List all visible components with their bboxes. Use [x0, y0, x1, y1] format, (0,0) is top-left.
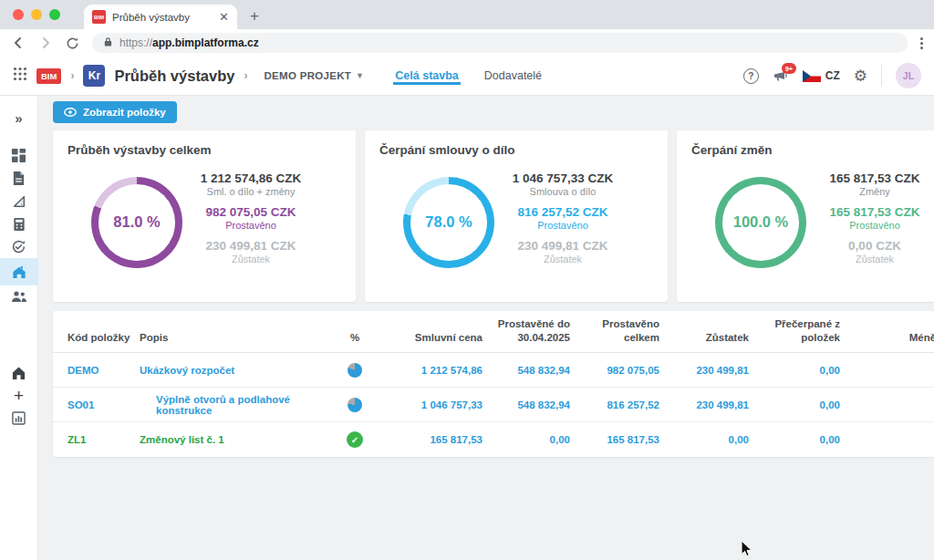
cell-prostaveno-do: 0,00 — [483, 434, 570, 445]
item-code[interactable]: SO01 — [53, 399, 140, 410]
eye-icon — [64, 108, 77, 117]
sidebar-expand-icon[interactable]: » — [0, 107, 38, 130]
sidebar-item-calculator[interactable] — [0, 213, 38, 235]
show-items-button[interactable]: Zobrazit položky — [53, 101, 177, 123]
cell-precerpane: 0,00 — [749, 434, 840, 445]
column-header[interactable]: Přečerpané z položek — [749, 317, 840, 345]
card-title: Čerpání změn — [691, 143, 934, 157]
cell-mene-prace: 0,00 — [840, 399, 934, 410]
stat-value: 816 257,52 CZK — [494, 205, 631, 219]
cell-smluvni-cena: 1 046 757,33 — [382, 399, 483, 410]
tab-close-icon[interactable]: ✕ — [219, 11, 229, 23]
items-table: Kód položky Popis % Smluvní cena Prostav… — [53, 311, 934, 457]
sidebar-item-construction-progress[interactable] — [0, 258, 38, 285]
stat-value: 230 499,81 CZK — [494, 239, 631, 253]
item-description[interactable]: Výplně otvorů a podlahové konstrukce — [140, 394, 327, 416]
reload-icon[interactable] — [66, 36, 79, 50]
tab-dodavatele[interactable]: Dodavatelé — [483, 67, 544, 85]
stat-value: 1 046 757,33 CZK — [494, 171, 631, 185]
item-code[interactable]: DEMO — [53, 365, 140, 376]
column-header[interactable]: Méně práce — [840, 331, 934, 345]
help-icon[interactable]: ? — [743, 68, 759, 84]
table-row[interactable]: SO01 Výplně otvorů a podlahové konstrukc… — [53, 388, 934, 422]
cell-zustatek: 0,00 — [659, 434, 749, 445]
notifications-megaphone-icon[interactable]: 9+ — [773, 68, 789, 83]
cell-prostaveno-do: 548 832,94 — [483, 399, 570, 410]
table-header: Kód položky Popis % Smluvní cena Prostav… — [53, 311, 934, 353]
card-title: Čerpání smlouvy o dílo — [379, 143, 653, 157]
stat-value: 1 212 574,86 CZK — [182, 171, 319, 185]
column-header[interactable]: Prostavěné do 30.04.2025 — [483, 317, 570, 345]
sidebar-item-measurement[interactable] — [0, 190, 38, 213]
czech-flag-icon — [803, 70, 821, 82]
sidebar-item-dashboard[interactable] — [0, 144, 38, 167]
browser-menu-icon[interactable] — [920, 37, 923, 49]
column-header[interactable]: Kód položky — [53, 331, 140, 345]
window-controls[interactable] — [13, 0, 60, 29]
sidebar-item-sync-check[interactable] — [0, 235, 38, 258]
cell-smluvni-cena: 165 817,53 — [382, 434, 483, 445]
close-window-button[interactable] — [13, 9, 24, 20]
settings-gear-icon[interactable]: ⚙ — [854, 67, 867, 85]
column-header[interactable]: Smluvní cena — [382, 331, 483, 345]
page-title: Průběh výstavby — [114, 67, 234, 85]
kros-logo[interactable]: Kr — [83, 65, 105, 87]
back-icon[interactable] — [11, 36, 26, 50]
cell-mene-prace: 0,00 — [840, 365, 934, 376]
minimize-window-button[interactable] — [31, 9, 42, 20]
stat-value: 230 499,81 CZK — [182, 239, 319, 253]
progress-pie-icon — [348, 398, 362, 412]
stat-label: Prostavěno — [494, 220, 631, 231]
address-bar[interactable]: https://app.bimplatforma.cz — [92, 33, 908, 53]
stat-value: 165 817,53 CZK — [806, 205, 934, 219]
sidebar-item-home[interactable] — [0, 361, 38, 384]
cell-precerpane: 0,00 — [749, 365, 840, 376]
table-row[interactable]: ZL1 Změnový list č. 1 ✓ 165 817,53 0,00 … — [53, 422, 934, 457]
donut-percent: 81.0 % — [113, 213, 160, 231]
mouse-cursor — [741, 540, 752, 557]
language-selector[interactable]: CZ — [803, 69, 840, 82]
stat-label: Sml. o dílo + změny — [182, 186, 319, 197]
cell-mene-prace: 0,00 — [840, 434, 934, 445]
new-tab-button[interactable]: + — [250, 7, 259, 26]
header-tabs: Celá stavba Dodavatelé — [393, 67, 566, 85]
project-selector[interactable]: DEMO PROJEKT▼ — [264, 70, 364, 81]
card-construction-total: Průběh výstavby celkem 81.0 % 1 212 574,… — [53, 130, 356, 302]
bim-logo[interactable]: BIM — [36, 68, 61, 84]
stat-label: Zůstatek — [806, 254, 934, 264]
tab-cela-stavba[interactable]: Celá stavba — [393, 67, 460, 85]
cell-zustatek: 230 499,81 — [659, 399, 749, 410]
column-header[interactable]: Prostavěno celkem — [570, 317, 659, 345]
summary-cards: Průběh výstavby celkem 81.0 % 1 212 574,… — [53, 130, 934, 302]
user-avatar[interactable]: JL — [896, 63, 921, 88]
stat-label: Prostavěno — [806, 220, 934, 231]
breadcrumb-chevron-icon: › — [244, 69, 247, 82]
cell-prostaveno-celkem: 816 257,52 — [570, 399, 659, 410]
item-description[interactable]: Změnový list č. 1 — [140, 434, 327, 445]
apps-grid-icon[interactable] — [13, 67, 27, 85]
stat-label: Zůstatek — [182, 254, 319, 264]
card-changes-drawdown: Čerpání změn 100.0 % 165 817,53 CZKZměny… — [677, 130, 934, 302]
column-header[interactable]: % — [327, 331, 382, 345]
table-row[interactable]: DEMO Ukázkový rozpočet 1 212 574,86 548 … — [53, 353, 934, 388]
sidebar-item-reports[interactable] — [0, 407, 38, 430]
stat-label: Prostavěno — [182, 220, 319, 231]
column-header[interactable]: Popis — [140, 331, 327, 345]
stat-value: 0,00 CZK — [806, 239, 934, 253]
maximize-window-button[interactable] — [49, 9, 60, 20]
progress-pie-icon — [348, 363, 362, 378]
sidebar-item-documents[interactable] — [0, 167, 38, 190]
tab-title: Průběh výstavby — [112, 12, 213, 23]
app-header-right: ? 9+ CZ ⚙ JL — [743, 57, 921, 95]
browser-tab[interactable]: BIM Průběh výstavby ✕ — [84, 5, 237, 29]
item-description[interactable]: Ukázkový rozpočet — [140, 365, 327, 376]
divider — [881, 65, 882, 87]
donut-chart-total: 81.0 % — [91, 177, 182, 268]
complete-check-icon: ✓ — [347, 431, 363, 448]
sidebar-item-team[interactable] — [0, 285, 38, 308]
stat-label: Zůstatek — [494, 254, 631, 264]
item-code[interactable]: ZL1 — [53, 434, 140, 445]
forward-icon[interactable] — [38, 36, 53, 50]
sidebar-item-add[interactable]: + — [0, 384, 38, 407]
column-header[interactable]: Zůstatek — [659, 331, 749, 345]
